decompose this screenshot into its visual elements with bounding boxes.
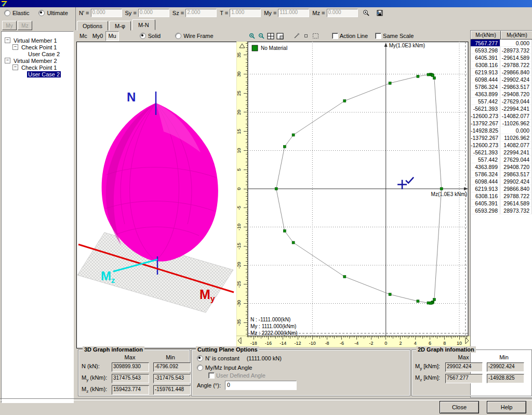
elastic-label: Elastic xyxy=(12,10,29,16)
zoom-document-icon[interactable] xyxy=(361,9,371,18)
user-defined-angle-checkbox[interactable] xyxy=(208,372,215,379)
table-row[interactable]: -13792.26711026.962 xyxy=(471,134,532,141)
footer-divider xyxy=(0,398,532,400)
column-header-my[interactable]: My (kNm) xyxy=(501,31,532,40)
table-row[interactable]: 4363.899-29408.720 xyxy=(471,90,532,98)
svg-text:-5: -5 xyxy=(236,206,242,210)
small-rect-icon[interactable] xyxy=(302,32,311,40)
collapse-icon[interactable]: − xyxy=(5,58,10,63)
mn-3d-view[interactable]: N Mz My xyxy=(76,42,237,348)
svg-text:10: 10 xyxy=(457,341,462,346)
my0-button[interactable]: My0 xyxy=(90,31,106,41)
max-value: 317475.543 xyxy=(112,374,149,383)
param-input[interactable]: 1.000 xyxy=(230,9,261,17)
table-row[interactable]: 6219.913-29866.840 xyxy=(471,69,532,76)
mn-2d-chart[interactable]: -18-16-14-12-10-8-6-4-20246810-35-30-25-… xyxy=(236,42,470,347)
svg-text:15: 15 xyxy=(236,129,242,134)
table-row[interactable]: 5786.32429863.517 xyxy=(471,171,532,178)
wireframe-radio[interactable] xyxy=(175,33,181,39)
table-row[interactable]: -13792.267-11026.962 xyxy=(471,120,532,127)
angle-input[interactable]: 0 xyxy=(225,381,297,390)
table-row[interactable]: -12600.27314082.077 xyxy=(471,141,532,149)
action-line-checkbox[interactable] xyxy=(332,33,338,39)
param-input[interactable]: 0.000 xyxy=(327,9,358,17)
svg-text:-35: -35 xyxy=(236,319,242,326)
table-row[interactable]: 557.44227629.044 xyxy=(471,156,532,163)
info3d-title: 3D Graph information xyxy=(83,346,144,353)
min-value: -6796.092 xyxy=(153,362,191,372)
action-line-label: Action Line xyxy=(340,33,368,39)
table-row[interactable]: 6098.44429902.424 xyxy=(471,178,532,185)
svg-text:-8: -8 xyxy=(325,341,329,346)
svg-text:6: 6 xyxy=(429,341,431,346)
dashed-rect-icon[interactable] xyxy=(311,32,320,40)
tree-item[interactable]: −Check Point 1 xyxy=(2,44,73,50)
elastic-radio[interactable] xyxy=(4,10,10,16)
single-pane-icon[interactable] xyxy=(276,32,285,40)
svg-text:-10: -10 xyxy=(236,224,242,230)
svg-text:4: 4 xyxy=(414,341,417,346)
svg-text:-2: -2 xyxy=(369,341,373,346)
same-scale-label: Same Scale xyxy=(383,33,414,39)
export-save-icon[interactable] xyxy=(375,9,385,18)
my-disabled-button[interactable]: My xyxy=(2,21,17,30)
user-defined-angle-label: User Defined Angle xyxy=(216,372,265,379)
close-button[interactable]: Close xyxy=(440,401,479,413)
param-input[interactable]: 2.000 xyxy=(185,9,217,17)
mz-disabled-button[interactable]: Mz xyxy=(18,21,32,30)
param-field: Mz =0.000 xyxy=(312,9,357,17)
table-row[interactable]: 557.442-27629.044 xyxy=(471,98,532,105)
table-row[interactable]: 5786.324-29863.517 xyxy=(471,83,532,90)
table-row[interactable]: 6308.116-29788.722 xyxy=(471,61,532,69)
grid-panes-icon[interactable] xyxy=(267,32,275,40)
tab-m-n[interactable]: M-N xyxy=(132,19,155,30)
help-button[interactable]: Help xyxy=(487,401,526,413)
table-row[interactable]: 6593.298-28973.732 xyxy=(471,47,532,54)
param-field: My =111.000 xyxy=(264,9,309,17)
table-row[interactable]: 6405.391-29614.589 xyxy=(471,54,532,61)
tab-options[interactable]: Options xyxy=(77,21,108,31)
collapse-icon[interactable]: − xyxy=(12,44,18,50)
info3d-group: 3D Graph information Max Min N (kN):3098… xyxy=(78,349,190,396)
tree-item[interactable]: User Case 2 xyxy=(2,71,73,77)
tab-m-phi[interactable]: M-φ xyxy=(109,21,131,31)
tree-item[interactable]: User Case 2 xyxy=(2,50,73,57)
collapse-icon[interactable]: − xyxy=(12,64,18,70)
param-input[interactable]: 111.000 xyxy=(278,9,309,17)
param-input[interactable]: 0.000 xyxy=(91,9,122,17)
svg-text:-14: -14 xyxy=(280,341,286,346)
table-row[interactable]: 4363.89929408.720 xyxy=(471,163,532,171)
n-constant-radio[interactable] xyxy=(197,355,203,361)
table-row[interactable]: -5621.393-22994.241 xyxy=(471,105,532,112)
info2d-title: 2D Graph infomation xyxy=(416,346,476,353)
ultimate-radio[interactable] xyxy=(38,10,45,16)
same-scale-checkbox[interactable] xyxy=(375,33,381,39)
mu-button[interactable]: Mu xyxy=(105,31,118,41)
tree-item[interactable]: −Virtual Member 1 xyxy=(2,37,73,44)
svg-text:-10: -10 xyxy=(309,341,316,346)
column-header-mz[interactable]: Mz (kNm) xyxy=(471,31,501,40)
table-row[interactable]: 6219.91329866.840 xyxy=(471,185,532,192)
mymz-angle-radio[interactable] xyxy=(197,365,203,371)
svg-text:No Material: No Material xyxy=(261,45,287,51)
solid-radio[interactable] xyxy=(140,33,146,39)
table-row[interactable]: -14928.8250.000 xyxy=(471,127,532,134)
svg-text:-4: -4 xyxy=(354,341,358,346)
table-row[interactable]: -12600.273-14082.077 xyxy=(471,112,532,120)
pointer-pin-icon[interactable] xyxy=(292,32,301,40)
svg-text:-25: -25 xyxy=(236,281,242,288)
svg-text:My(1.0E3 kNm): My(1.0E3 kNm) xyxy=(389,43,425,48)
zoom-in-icon[interactable] xyxy=(248,32,257,40)
table-row[interactable]: 6098.444-29902.424 xyxy=(471,76,532,83)
table-row[interactable]: 7567.2770.000 xyxy=(471,40,532,47)
table-row[interactable]: 6405.39129614.589 xyxy=(471,200,532,207)
param-input[interactable]: 0.000 xyxy=(138,9,169,17)
mc-button[interactable]: Mc xyxy=(77,31,90,41)
tree-item[interactable]: −Virtual Member 2 xyxy=(2,57,73,64)
table-row[interactable]: 6593.29828973.732 xyxy=(471,207,532,214)
collapse-icon[interactable]: − xyxy=(5,37,10,43)
table-row[interactable]: -5621.39322994.241 xyxy=(471,149,532,156)
tree-item[interactable]: −Check Point 1 xyxy=(2,64,73,71)
zoom-out-icon[interactable] xyxy=(257,32,266,40)
table-row[interactable]: 6308.11629788.722 xyxy=(471,192,532,200)
